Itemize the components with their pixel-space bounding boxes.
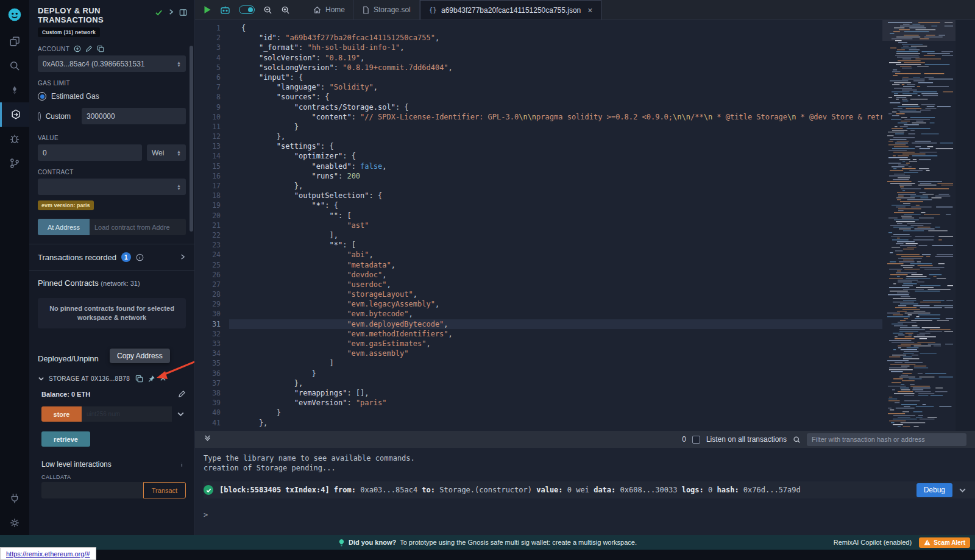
edit-balance-icon[interactable]	[178, 390, 186, 398]
editor-code-lines[interactable]: { "id": "a69b43f277ba20fcac141151250ca75…	[229, 20, 882, 431]
line-number: 7	[195, 82, 221, 92]
scam-alert-button[interactable]: Scam Alert	[919, 537, 970, 548]
calldata-label: CALLDATA	[41, 474, 186, 480]
line-number: 3	[195, 43, 221, 52]
status-bar: Did you know? To prototype using the Gno…	[0, 535, 975, 550]
add-account-icon[interactable]	[74, 45, 81, 52]
git-icon[interactable]	[0, 151, 29, 175]
run-script-play-icon[interactable]	[204, 5, 211, 14]
line-number: 31	[195, 319, 221, 329]
editor-scrollbar-track[interactable]	[956, 20, 975, 431]
stepper-icon[interactable]: ▲▼	[177, 150, 181, 156]
transaction-log-row[interactable]: [block:5583405 txIndex:4] from: 0xa03...…	[204, 481, 975, 498]
editor-tabbar: Home Storage.sol {} a69b43f277ba20fcac14…	[195, 0, 975, 20]
minimap-viewport[interactable]	[882, 20, 956, 41]
line-number: 19	[195, 200, 221, 210]
filter-transactions-input[interactable]	[807, 433, 966, 446]
code-line: "storageLayout",	[241, 289, 882, 299]
code-line: "sources": {	[241, 92, 882, 102]
tab-storage-sol[interactable]: Storage.sol	[354, 0, 420, 19]
edit-account-icon[interactable]	[85, 45, 93, 52]
store-arg-input[interactable]	[82, 406, 172, 422]
line-number: 34	[195, 349, 221, 358]
terminal-count-badge: 0	[682, 435, 686, 444]
main-area: Home Storage.sol {} a69b43f277ba20fcac14…	[195, 0, 975, 535]
line-number: 16	[195, 171, 221, 181]
terminal-body[interactable]: Type the library name to see available c…	[195, 448, 975, 535]
search-icon[interactable]	[0, 54, 29, 78]
listen-all-transactions-checkbox[interactable]	[692, 436, 700, 444]
code-line: "evm.gasEstimates",	[241, 339, 882, 349]
retrieve-button[interactable]: retrieve	[41, 431, 90, 447]
code-line: "remappings": [],	[241, 388, 882, 398]
pin-panel-icon[interactable]	[179, 9, 187, 16]
info-icon[interactable]	[136, 253, 144, 261]
line-number: 38	[195, 388, 221, 398]
line-number: 26	[195, 270, 221, 280]
line-number: 41	[195, 418, 221, 428]
load-contract-address-input[interactable]	[90, 219, 186, 235]
info-icon[interactable]	[178, 461, 186, 469]
calldata-input[interactable]	[41, 482, 143, 498]
scam-alert-label: Scam Alert	[934, 539, 965, 546]
code-line: "language": "Solidity",	[241, 82, 882, 92]
deploy-run-panel: DEPLOY & RUN TRANSACTIONS Custom (31) ne…	[29, 0, 195, 535]
solidity-compiler-icon[interactable]	[0, 78, 29, 102]
at-address-button[interactable]: At Address	[38, 219, 90, 235]
debugger-icon[interactable]	[0, 127, 29, 151]
code-line: ],	[241, 230, 882, 240]
custom-gas-input[interactable]	[82, 108, 186, 124]
store-button[interactable]: store	[41, 406, 82, 422]
zoom-in-icon[interactable]	[281, 5, 290, 15]
tx-success-check-icon	[204, 485, 213, 495]
terminal-toolbar: 0 Listen on all transactions	[195, 431, 975, 448]
custom-gas-radio[interactable]	[38, 112, 41, 121]
plugin-manager-icon[interactable]	[0, 486, 29, 511]
tab-home[interactable]: Home	[305, 0, 354, 19]
estimated-gas-radio[interactable]	[38, 92, 46, 101]
remix-logo-icon[interactable]	[0, 0, 29, 29]
stepper-icon[interactable]: ▲▼	[177, 61, 181, 67]
debug-button[interactable]: Debug	[916, 483, 952, 497]
url-status-tooltip: https://remix.ethereum.org/#	[0, 547, 96, 560]
chevron-down-icon[interactable]	[38, 375, 44, 382]
expand-tx-chevron-icon[interactable]	[959, 486, 966, 494]
minimap[interactable]	[885, 20, 953, 430]
remixai-assistant-icon[interactable]	[220, 5, 230, 15]
terminal-prompt[interactable]: >	[204, 511, 975, 519]
tab-build-info-json[interactable]: {} a69b43f277ba20fcac141151250ca755.json…	[420, 0, 602, 19]
code-line: "evmVersion": "paris"	[241, 398, 882, 408]
code-line: "evm.bytecode",	[241, 309, 882, 319]
expand-panel-chevron-icon[interactable]	[168, 9, 174, 15]
value-input[interactable]	[38, 144, 142, 161]
line-number: 28	[195, 289, 221, 299]
line-number: 36	[195, 369, 221, 378]
line-number: 21	[195, 221, 221, 230]
account-select[interactable]: 0xA03...85ac4 (0.39866531531 ▲▼	[38, 55, 186, 72]
editor: 1234567891011121314151617181920212223242…	[195, 20, 975, 431]
code-line: }	[241, 369, 882, 378]
file-explorer-icon[interactable]	[0, 29, 29, 54]
settings-gear-icon[interactable]	[0, 511, 29, 535]
copilot-toggle[interactable]	[239, 5, 255, 14]
close-tab-icon[interactable]: ×	[587, 5, 592, 15]
deploy-run-icon[interactable]	[0, 102, 29, 127]
expand-args-chevron-icon[interactable]	[172, 410, 186, 418]
zoom-out-icon[interactable]	[263, 5, 272, 15]
panel-scrollbar[interactable]	[190, 46, 193, 232]
home-icon	[313, 6, 321, 14]
expand-transactions-chevron-icon[interactable]	[179, 253, 186, 262]
contract-select[interactable]: ▲▼	[38, 179, 186, 195]
code-line: "outputSelection": {	[241, 191, 882, 200]
expand-terminal-icon[interactable]	[204, 434, 211, 445]
code-line: "solcVersion": "0.8.19",	[241, 53, 882, 63]
transact-button[interactable]: Transact	[143, 482, 186, 498]
stepper-icon[interactable]: ▲▼	[177, 184, 181, 190]
copy-account-icon[interactable]	[97, 45, 104, 52]
tip-title: Did you know?	[349, 539, 396, 546]
code-line: "optimizer": {	[241, 151, 882, 161]
copilot-status[interactable]: RemixAI Copilot (enabled)	[834, 539, 912, 546]
line-number: 12	[195, 132, 221, 141]
pinned-contracts-title: Pinned Contracts (network: 31)	[29, 271, 194, 288]
value-unit-select[interactable]: Wei ▲▼	[147, 144, 186, 161]
